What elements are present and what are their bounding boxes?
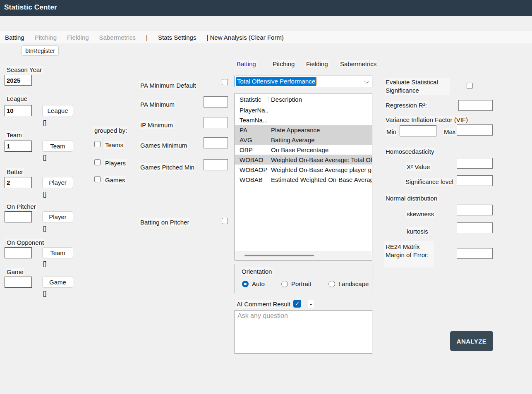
column-header-description[interactable]: Description [268,96,302,103]
season-year-input[interactable] [5,75,32,86]
pa-minimum-default-label: PA Minimum Default [139,81,197,89]
statistics-list[interactable]: Statistic Description PlayerNa... TeamNa… [235,93,372,260]
list-item[interactable]: AVG Batting Average [235,135,372,145]
group-players-label: Players [104,159,127,167]
vif-min-input[interactable] [400,125,436,136]
regression-r2-input[interactable] [458,100,493,111]
column-divider [268,96,268,103]
group-games-checkbox[interactable] [94,176,101,182]
game-input[interactable] [5,277,32,288]
batting-on-pitcher-label: Batting on Pitcher [139,218,190,226]
orientation-portrait-label: Portrait [291,280,311,287]
pa-minimum-input[interactable] [204,96,228,107]
register-button[interactable]: btnRegister [22,45,59,56]
orientation-portrait-option[interactable]: Portrait [281,280,311,287]
games-minimum-input[interactable] [204,137,228,148]
game-label: Game [6,268,24,276]
orientation-auto-option[interactable]: Auto [242,280,265,287]
desc-cell: Batting Average [268,136,315,143]
desc-cell: Weighted On-Base Average: Total Of [268,156,372,163]
list-item[interactable]: WOBAO Weighted On-Base Average: Total Of [235,155,372,165]
normal-distribution-heading: Normal distribution [385,194,438,202]
column-header-statistic[interactable]: Statistic [235,96,268,103]
radio-unselected-icon[interactable] [281,281,288,287]
batting-on-pitcher-checkbox[interactable] [222,218,228,224]
grouped-by-label: grouped by: [93,127,128,134]
menu-fielding[interactable]: Fielding [67,34,89,41]
menu-pitching[interactable]: Pitching [35,34,57,41]
games-pitched-min-label: Games Pitched Min [139,163,195,171]
category-dropdown[interactable]: Total Offensive Performance [235,76,372,87]
regression-r2-label: Regression R²: [385,101,428,109]
league-picker-button[interactable]: League [42,105,73,116]
game-picker-button[interactable]: Game [42,277,73,288]
scrollbar-thumb[interactable] [244,255,314,256]
menu-new-analysis[interactable]: | New Analysis (Clear Form) [206,34,283,41]
menu-stats-settings[interactable]: Stats Settings [158,34,197,41]
group-players-checkbox[interactable] [94,159,101,165]
list-item[interactable]: TeamNa... [235,115,372,125]
on-opponent-picker-button[interactable]: Team [42,247,73,258]
stat-cell: PA [235,127,268,134]
vif-max-input[interactable] [457,124,493,136]
ai-comment-result-checkbox[interactable]: ✓ [293,300,301,308]
on-opponent-input[interactable] [5,247,32,258]
stats-tab-pitching[interactable]: Pitching [272,60,295,67]
stat-cell: WOBAB [235,176,268,183]
orientation-auto-label: Auto [252,280,265,287]
x2-value-label: X² Value [406,163,431,171]
kurtosis-label: kurtosis [406,227,429,235]
stats-tab-sabermetrics[interactable]: Sabermetrics [339,60,377,67]
chevron-down-icon [364,79,369,84]
games-pitched-min-input[interactable] [204,159,228,170]
batter-picker-button[interactable]: Player [42,177,73,188]
ip-minimum-input[interactable] [204,117,228,128]
re24-margin-label: RE24 Matrix Margin of Error: [385,243,434,259]
on-pitcher-input[interactable] [5,211,32,222]
group-games-label: Games [104,176,126,184]
kurtosis-input[interactable] [457,222,493,233]
radio-unselected-icon[interactable] [328,281,335,287]
list-item[interactable]: WOBAB Estimated Weighted On-Base Averag [235,174,372,184]
x2-value-input[interactable] [457,158,493,169]
team-picker-button[interactable]: Team [42,141,73,152]
league-selection-list: [] [43,119,46,126]
check-icon: ✓ [295,301,300,306]
batter-input[interactable] [5,177,32,188]
on-opponent-selection-list: [] [43,260,46,267]
orientation-groupbox: Orientation Auto Portrait Landscape [235,264,372,293]
statistics-list-header: Statistic Description [235,93,372,105]
skewness-input[interactable] [457,205,493,215]
list-item[interactable]: PlayerNa... [235,105,372,115]
league-input[interactable] [5,105,32,116]
ai-question-textarea[interactable] [235,310,372,354]
stats-tab-fielding[interactable]: Fielding [305,60,329,67]
games-minimum-label: Games Minimum [139,141,188,149]
radio-selected-icon[interactable] [242,281,249,287]
re24-margin-input[interactable] [457,248,493,259]
on-pitcher-picker-button[interactable]: Player [42,211,73,222]
menu-batting[interactable]: Batting [5,34,24,41]
team-selection-list: [] [43,154,46,161]
team-label: Team [6,131,23,139]
evaluate-significance-checkbox[interactable] [467,83,473,89]
pa-minimum-default-checkbox[interactable] [222,79,228,85]
stat-cell: WOBAOP [235,166,268,173]
menu-sabermetrics[interactable]: Sabermetrics [99,34,136,41]
team-input[interactable] [5,141,32,152]
group-teams-checkbox[interactable] [94,141,101,147]
analyze-button[interactable]: ANALYZE [450,331,493,351]
list-item[interactable]: WOBAOP Weighted On-Base Average player g… [235,165,372,174]
horizontal-scrollbar[interactable] [235,251,371,260]
desc-cell: Weighted On-Base Average player ga [268,166,372,173]
list-item[interactable]: OBP On Base Percentage [235,145,372,155]
orientation-landscape-option[interactable]: Landscape [328,280,369,287]
group-teams-label: Teams [104,141,124,149]
orientation-landscape-label: Landscape [338,280,369,287]
significance-level-input[interactable] [457,175,493,186]
on-opponent-label: On Opponent [6,239,45,246]
stats-tab-batting[interactable]: Batting [236,60,257,67]
menu-separator: | [146,34,148,41]
title-bar: Statistic Center [0,0,532,16]
list-item[interactable]: PA Plate Appearance [235,125,372,135]
